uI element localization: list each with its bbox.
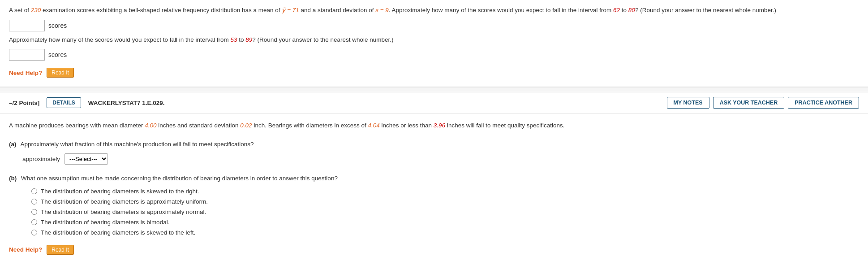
radio-label-3: The distribution of bearing diameters is… <box>41 209 206 215</box>
radio-label-5: The distribution of bearing diameters is… <box>41 229 195 236</box>
radio-label-4: The distribution of bearing diameters is… <box>41 219 169 226</box>
ask-teacher-button[interactable]: ASK YOUR TEACHER <box>713 97 785 109</box>
radio-label-1: The distribution of bearing diameters is… <box>41 188 199 195</box>
input-row-1: scores <box>9 20 859 31</box>
problem-header: –/2 Points] DETAILS WACKERLYSTAT7 1.E.02… <box>0 92 868 113</box>
scores-label-2: scores <box>48 51 67 58</box>
part-b-label: (b) <box>9 175 17 182</box>
highlight-3.96: 3.96 <box>434 122 445 129</box>
highlight-sd: s = 9 <box>375 7 389 13</box>
my-notes-button[interactable]: MY NOTES <box>667 97 709 109</box>
radio-options: The distribution of bearing diameters is… <box>31 188 859 236</box>
question-2-text: Approximately how many of the scores wou… <box>9 35 859 45</box>
radio-input-1[interactable] <box>31 188 37 194</box>
highlight-4.00: 4.00 <box>145 122 156 129</box>
score-input-2[interactable] <box>9 49 45 61</box>
radio-label-2: The distribution of bearing diameters is… <box>41 198 208 205</box>
need-help-2-label: Need Help? <box>9 246 42 253</box>
highlight-4.04: 4.04 <box>368 122 380 129</box>
problem-body: A machine produces bearings with mean di… <box>0 113 868 262</box>
header-left: –/2 Points] DETAILS WACKERLYSTAT7 1.E.02… <box>9 97 165 108</box>
header-buttons: MY NOTES ASK YOUR TEACHER PRACTICE ANOTH… <box>667 97 859 109</box>
score-input-1[interactable] <box>9 20 45 31</box>
practice-another-button[interactable]: PRACTICE ANOTHER <box>788 97 859 109</box>
need-help-2-row: Need Help? Read It <box>9 245 859 255</box>
question-1-text: A set of 230 examination scores exhibiti… <box>9 5 859 15</box>
input-row-2: scores <box>9 49 859 61</box>
problem-statement: A machine produces bearings with mean di… <box>9 121 859 131</box>
radio-option-2[interactable]: The distribution of bearing diameters is… <box>31 198 859 205</box>
part-a-input-row: approximately ---Select--- 1/4 1/20 1/8 … <box>22 153 859 165</box>
part-a-question: (a) Approximately what fraction of this … <box>9 139 859 149</box>
part-b-question: (b) What one assumption must be made con… <box>9 174 859 183</box>
read-it-btn-1[interactable]: Read It <box>47 68 74 78</box>
radio-option-4[interactable]: The distribution of bearing diameters is… <box>31 219 859 226</box>
highlight-53: 53 <box>230 36 237 43</box>
need-help-1-row: Need Help? Read It <box>9 68 859 78</box>
fraction-select[interactable]: ---Select--- 1/4 1/20 1/8 1/16 1/32 <box>64 153 108 165</box>
need-help-1-label: Need Help? <box>9 70 42 76</box>
highlight-89: 89 <box>245 36 252 43</box>
highlight-80: 80 <box>628 7 635 13</box>
highlight-mean: ȳ = 71 <box>282 7 299 13</box>
radio-input-3[interactable] <box>31 209 37 215</box>
approx-label: approximately <box>22 156 60 162</box>
scores-label-1: scores <box>48 22 67 29</box>
radio-option-3[interactable]: The distribution of bearing diameters is… <box>31 209 859 215</box>
radio-option-1[interactable]: The distribution of bearing diameters is… <box>31 188 859 195</box>
radio-input-2[interactable] <box>31 199 37 205</box>
highlight-62: 62 <box>613 7 620 13</box>
part-a: (a) Approximately what fraction of this … <box>9 139 859 165</box>
part-a-label: (a) <box>9 141 17 148</box>
problem-id: WACKERLYSTAT7 1.E.029. <box>88 100 165 106</box>
points-label: –/2 Points] <box>9 100 39 106</box>
highlight-0.02: 0.02 <box>240 122 252 129</box>
highlight-230: 230 <box>31 7 41 13</box>
section-divider <box>0 87 868 92</box>
part-b: (b) What one assumption must be made con… <box>9 174 859 236</box>
details-button[interactable]: DETAILS <box>47 97 81 108</box>
read-it-btn-2[interactable]: Read It <box>47 245 74 255</box>
top-section: A set of 230 examination scores exhibiti… <box>0 0 868 87</box>
radio-input-5[interactable] <box>31 230 37 235</box>
radio-option-5[interactable]: The distribution of bearing diameters is… <box>31 229 859 236</box>
radio-input-4[interactable] <box>31 219 37 225</box>
